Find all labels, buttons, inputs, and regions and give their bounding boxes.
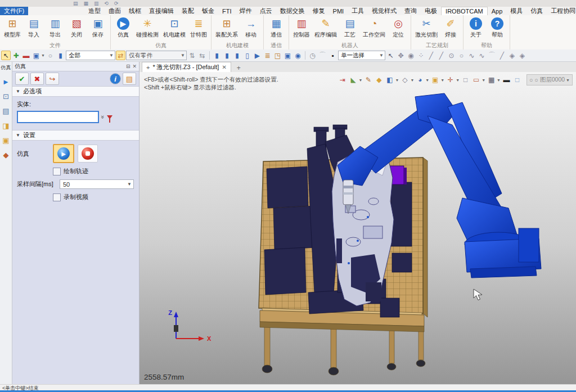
menu-item[interactable]: IROBOTCAM (441, 7, 488, 15)
flag-icon[interactable]: ▶ (253, 51, 262, 60)
picture-icon[interactable]: ▣ (283, 51, 292, 60)
white-frame-icon[interactable]: □ (512, 75, 522, 85)
menu-item[interactable]: 模具 (506, 7, 526, 15)
circle-tool-icon[interactable]: ○ (46, 51, 55, 60)
chevron-down-icon[interactable]: ▼ (41, 53, 45, 57)
people-icon[interactable]: ◉ (293, 51, 303, 60)
simulate-panel-icon[interactable]: ► (2, 78, 10, 86)
robot-pose-icon[interactable]: ◆ (3, 151, 9, 159)
stop-simulation-button[interactable] (78, 145, 98, 163)
ribbon-button[interactable]: ⊡机电建模 (161, 16, 187, 39)
column-1-icon[interactable]: ▮ (212, 51, 222, 60)
line-icon[interactable]: ╱ (426, 51, 436, 60)
menu-item[interactable]: 工具 (348, 7, 368, 15)
ribbon-button[interactable]: ▤导入 (24, 16, 44, 39)
ribbon-button[interactable]: ✂激光切割 (413, 16, 439, 39)
viewport-3d[interactable]: + * 激光切割.Z3 - [Default] ✕ + (140, 62, 576, 384)
quick-access-icon[interactable]: ▤ (73, 1, 78, 6)
image-plus-icon[interactable]: ▣ (32, 51, 41, 60)
menu-item[interactable]: 修复 (309, 7, 329, 15)
circle-icon[interactable]: ○ (457, 51, 466, 60)
play-simulation-button[interactable]: ▶ (53, 144, 74, 163)
expand-chevron-icon[interactable]: » (100, 115, 106, 119)
drag-icon[interactable]: ✥ (396, 51, 406, 60)
menu-item[interactable]: 直接编辑 (145, 7, 178, 15)
pick-filter-icon[interactable] (107, 115, 112, 119)
list-icon[interactable]: ≣ (263, 51, 272, 60)
robot-model-icon[interactable]: ▤ (2, 107, 9, 115)
column-2-icon[interactable]: ▮ (222, 51, 232, 60)
ribbon-button[interactable]: i关于 (466, 16, 486, 39)
ribbon-button[interactable]: ?帮助 (487, 16, 507, 39)
menu-item[interactable]: 造型 (84, 7, 105, 15)
ribbon-button[interactable]: ✳碰撞检测 (134, 16, 160, 39)
ribbon-button[interactable]: ✐焊接 (440, 16, 461, 39)
ribbon-button[interactable]: ≣甘特图 (188, 16, 209, 39)
exit-sketch-icon[interactable]: ⇥ (338, 75, 348, 85)
face2-icon[interactable]: ◈ (518, 51, 527, 60)
settings-section-header[interactable]: ▼ 设置 (12, 130, 139, 141)
viewport-3d-scene[interactable]: Z X 2558.57mm (140, 72, 576, 384)
menu-item[interactable]: 视觉样式 (368, 7, 400, 15)
quick-access-icon[interactable]: ▦ (84, 1, 89, 6)
ribbon-button[interactable]: ▦通信 (266, 16, 286, 39)
frame-icon[interactable]: □ (461, 75, 470, 85)
curve-icon[interactable]: ∿ (467, 51, 476, 60)
menu-item[interactable]: 电极 (421, 7, 441, 15)
menu-item[interactable]: 仿真 (526, 7, 547, 15)
chart-filter-icon[interactable]: ▮ (56, 51, 65, 60)
menu-item[interactable]: 工程协同 (547, 7, 576, 15)
sample-interval-select[interactable]: 50 ▼ (60, 179, 134, 189)
points-icon[interactable]: ⁘ (416, 51, 426, 60)
circle-center-icon[interactable]: ⊙ (447, 51, 456, 60)
cancel-button[interactable]: ✖ (30, 73, 44, 85)
panel-minimize-icon[interactable]: ⊟ (126, 64, 130, 69)
background-icon[interactable]: ▦ (487, 75, 496, 85)
chevron-down-icon[interactable]: ▼ (410, 78, 414, 82)
compass-icon[interactable]: ✛ (446, 75, 455, 85)
ribbon-button[interactable]: ▶仿真 (113, 16, 133, 39)
doc-button[interactable]: ▤ (123, 73, 136, 85)
required-section-header[interactable]: ▼ 必选项 (12, 86, 139, 97)
pin-icon[interactable]: + (146, 64, 150, 71)
filter-scope-select[interactable]: 全部▼ (66, 51, 115, 60)
pick-cursor-icon[interactable]: ↖ (386, 51, 395, 60)
brush-icon[interactable]: ✎ (363, 75, 373, 85)
menu-item[interactable]: App (488, 7, 507, 15)
selection-mode-select[interactable]: 单一选择▼ (338, 51, 385, 60)
arc-icon[interactable]: ⌒ (487, 51, 497, 60)
ribbon-button[interactable]: ◎定位 (388, 16, 408, 39)
document-tab[interactable]: + * 激光切割.Z3 - [Default] ✕ (142, 62, 231, 72)
history-icon[interactable]: ◷ (308, 51, 317, 60)
scene-image-icon[interactable]: ◨ (2, 122, 9, 130)
slash-icon[interactable]: ╱ (497, 51, 507, 60)
face-icon[interactable]: ◈ (507, 51, 517, 60)
snapshot-icon[interactable]: ▣ (430, 75, 440, 85)
menu-item[interactable]: 数据交换 (276, 7, 309, 15)
ribbon-button[interactable]: ◔工作空间 (361, 16, 387, 39)
chevron-down-icon[interactable]: ▼ (359, 78, 363, 82)
ribbon-button[interactable]: ▧关闭 (66, 16, 87, 39)
wireframe-icon[interactable]: ◇ (400, 75, 410, 85)
line2-icon[interactable]: ╱ (436, 51, 446, 60)
section-view-icon[interactable]: ◕ (415, 75, 425, 85)
add-icon[interactable]: ✚ (11, 51, 21, 60)
ribbon-button[interactable]: ▣保存 (88, 16, 108, 39)
chevron-down-icon[interactable]: ▼ (440, 78, 444, 82)
ok-button[interactable]: ✔ (15, 73, 29, 85)
chevron-down-icon[interactable]: ▼ (395, 78, 399, 82)
menu-item[interactable]: 查询 (400, 7, 421, 15)
ribbon-button[interactable]: ⊞装配关系 (214, 16, 240, 39)
menu-item[interactable]: 曲面 (105, 7, 125, 15)
select-cursor-icon[interactable]: ↖ (1, 51, 11, 60)
menu-item[interactable]: FTI (218, 7, 236, 15)
menu-item[interactable]: PMI (329, 7, 348, 15)
new-tab-button[interactable]: + (237, 64, 241, 72)
wave-icon[interactable]: ∿ (477, 51, 487, 60)
align-top-icon[interactable]: ⇅ (187, 51, 197, 60)
remove-icon[interactable]: ▬ (21, 51, 31, 60)
panel-close-icon[interactable]: ✕ (132, 64, 137, 69)
menu-item[interactable]: 焊件 (236, 7, 256, 15)
parts-only-select[interactable]: 仅有零件▼ (126, 51, 187, 60)
ribbon-button[interactable]: ▥控制器 (291, 16, 312, 39)
